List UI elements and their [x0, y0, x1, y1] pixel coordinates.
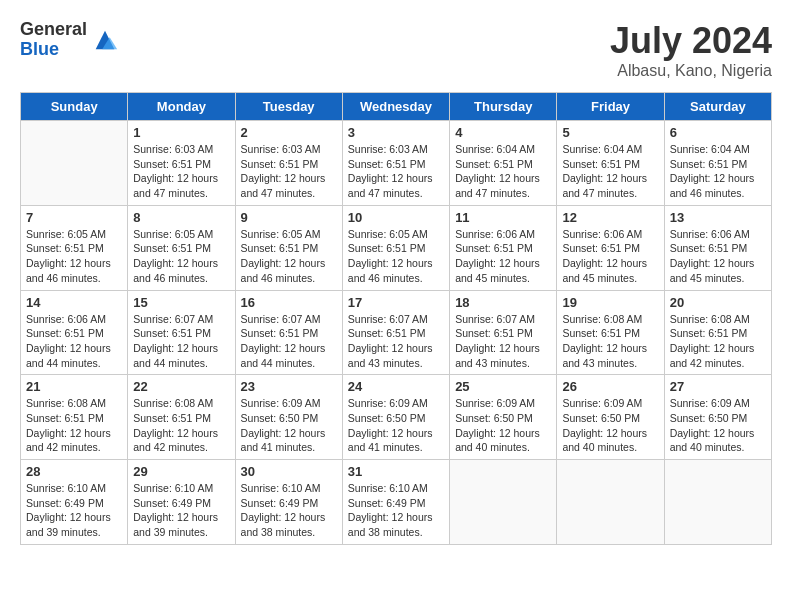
logo: General Blue: [20, 20, 119, 60]
day-info: Sunrise: 6:03 AMSunset: 6:51 PMDaylight:…: [348, 142, 444, 201]
day-info: Sunrise: 6:07 AMSunset: 6:51 PMDaylight:…: [241, 312, 337, 371]
day-info: Sunrise: 6:03 AMSunset: 6:51 PMDaylight:…: [133, 142, 229, 201]
calendar-cell: [557, 460, 664, 545]
day-info: Sunrise: 6:08 AMSunset: 6:51 PMDaylight:…: [670, 312, 766, 371]
page-header: General Blue July 2024 Albasu, Kano, Nig…: [20, 20, 772, 80]
calendar-cell: [664, 460, 771, 545]
calendar-cell: 7Sunrise: 6:05 AMSunset: 6:51 PMDaylight…: [21, 205, 128, 290]
day-info: Sunrise: 6:04 AMSunset: 6:51 PMDaylight:…: [455, 142, 551, 201]
logo-icon: [91, 26, 119, 54]
location-text: Albasu, Kano, Nigeria: [610, 62, 772, 80]
day-number: 14: [26, 295, 122, 310]
day-info: Sunrise: 6:09 AMSunset: 6:50 PMDaylight:…: [455, 396, 551, 455]
day-number: 21: [26, 379, 122, 394]
calendar-week-row: 7Sunrise: 6:05 AMSunset: 6:51 PMDaylight…: [21, 205, 772, 290]
calendar-header-thursday: Thursday: [450, 93, 557, 121]
day-number: 1: [133, 125, 229, 140]
day-number: 23: [241, 379, 337, 394]
calendar-cell: 24Sunrise: 6:09 AMSunset: 6:50 PMDayligh…: [342, 375, 449, 460]
calendar-cell: 29Sunrise: 6:10 AMSunset: 6:49 PMDayligh…: [128, 460, 235, 545]
day-number: 29: [133, 464, 229, 479]
day-number: 18: [455, 295, 551, 310]
day-info: Sunrise: 6:09 AMSunset: 6:50 PMDaylight:…: [670, 396, 766, 455]
day-number: 8: [133, 210, 229, 225]
calendar-cell: [450, 460, 557, 545]
calendar-cell: 15Sunrise: 6:07 AMSunset: 6:51 PMDayligh…: [128, 290, 235, 375]
day-info: Sunrise: 6:08 AMSunset: 6:51 PMDaylight:…: [133, 396, 229, 455]
calendar-week-row: 28Sunrise: 6:10 AMSunset: 6:49 PMDayligh…: [21, 460, 772, 545]
calendar-cell: 30Sunrise: 6:10 AMSunset: 6:49 PMDayligh…: [235, 460, 342, 545]
day-info: Sunrise: 6:08 AMSunset: 6:51 PMDaylight:…: [26, 396, 122, 455]
calendar-cell: 2Sunrise: 6:03 AMSunset: 6:51 PMDaylight…: [235, 121, 342, 206]
day-info: Sunrise: 6:05 AMSunset: 6:51 PMDaylight:…: [348, 227, 444, 286]
calendar-cell: 16Sunrise: 6:07 AMSunset: 6:51 PMDayligh…: [235, 290, 342, 375]
day-info: Sunrise: 6:09 AMSunset: 6:50 PMDaylight:…: [348, 396, 444, 455]
calendar-cell: 6Sunrise: 6:04 AMSunset: 6:51 PMDaylight…: [664, 121, 771, 206]
day-number: 27: [670, 379, 766, 394]
calendar-week-row: 14Sunrise: 6:06 AMSunset: 6:51 PMDayligh…: [21, 290, 772, 375]
day-info: Sunrise: 6:03 AMSunset: 6:51 PMDaylight:…: [241, 142, 337, 201]
logo-blue-text: Blue: [20, 40, 87, 60]
calendar-cell: [21, 121, 128, 206]
day-number: 5: [562, 125, 658, 140]
day-number: 20: [670, 295, 766, 310]
calendar-header-friday: Friday: [557, 93, 664, 121]
calendar-header-saturday: Saturday: [664, 93, 771, 121]
day-number: 13: [670, 210, 766, 225]
day-info: Sunrise: 6:05 AMSunset: 6:51 PMDaylight:…: [26, 227, 122, 286]
calendar-cell: 9Sunrise: 6:05 AMSunset: 6:51 PMDaylight…: [235, 205, 342, 290]
calendar-header-sunday: Sunday: [21, 93, 128, 121]
day-info: Sunrise: 6:06 AMSunset: 6:51 PMDaylight:…: [455, 227, 551, 286]
day-number: 15: [133, 295, 229, 310]
calendar-header-row: SundayMondayTuesdayWednesdayThursdayFrid…: [21, 93, 772, 121]
calendar-table: SundayMondayTuesdayWednesdayThursdayFrid…: [20, 92, 772, 545]
day-number: 16: [241, 295, 337, 310]
day-number: 28: [26, 464, 122, 479]
calendar-cell: 14Sunrise: 6:06 AMSunset: 6:51 PMDayligh…: [21, 290, 128, 375]
day-number: 17: [348, 295, 444, 310]
calendar-cell: 12Sunrise: 6:06 AMSunset: 6:51 PMDayligh…: [557, 205, 664, 290]
logo-general-text: General: [20, 20, 87, 40]
day-info: Sunrise: 6:06 AMSunset: 6:51 PMDaylight:…: [562, 227, 658, 286]
calendar-header-monday: Monday: [128, 93, 235, 121]
day-info: Sunrise: 6:10 AMSunset: 6:49 PMDaylight:…: [26, 481, 122, 540]
calendar-cell: 27Sunrise: 6:09 AMSunset: 6:50 PMDayligh…: [664, 375, 771, 460]
day-number: 31: [348, 464, 444, 479]
calendar-cell: 8Sunrise: 6:05 AMSunset: 6:51 PMDaylight…: [128, 205, 235, 290]
day-info: Sunrise: 6:09 AMSunset: 6:50 PMDaylight:…: [241, 396, 337, 455]
day-number: 19: [562, 295, 658, 310]
day-info: Sunrise: 6:04 AMSunset: 6:51 PMDaylight:…: [562, 142, 658, 201]
day-info: Sunrise: 6:08 AMSunset: 6:51 PMDaylight:…: [562, 312, 658, 371]
calendar-week-row: 1Sunrise: 6:03 AMSunset: 6:51 PMDaylight…: [21, 121, 772, 206]
calendar-cell: 17Sunrise: 6:07 AMSunset: 6:51 PMDayligh…: [342, 290, 449, 375]
day-number: 22: [133, 379, 229, 394]
calendar-cell: 3Sunrise: 6:03 AMSunset: 6:51 PMDaylight…: [342, 121, 449, 206]
day-info: Sunrise: 6:10 AMSunset: 6:49 PMDaylight:…: [348, 481, 444, 540]
day-number: 7: [26, 210, 122, 225]
day-number: 24: [348, 379, 444, 394]
day-info: Sunrise: 6:09 AMSunset: 6:50 PMDaylight:…: [562, 396, 658, 455]
calendar-cell: 4Sunrise: 6:04 AMSunset: 6:51 PMDaylight…: [450, 121, 557, 206]
calendar-cell: 28Sunrise: 6:10 AMSunset: 6:49 PMDayligh…: [21, 460, 128, 545]
day-number: 10: [348, 210, 444, 225]
day-number: 9: [241, 210, 337, 225]
calendar-header-wednesday: Wednesday: [342, 93, 449, 121]
month-year-title: July 2024: [610, 20, 772, 62]
day-info: Sunrise: 6:05 AMSunset: 6:51 PMDaylight:…: [241, 227, 337, 286]
calendar-cell: 18Sunrise: 6:07 AMSunset: 6:51 PMDayligh…: [450, 290, 557, 375]
calendar-cell: 21Sunrise: 6:08 AMSunset: 6:51 PMDayligh…: [21, 375, 128, 460]
calendar-cell: 5Sunrise: 6:04 AMSunset: 6:51 PMDaylight…: [557, 121, 664, 206]
calendar-cell: 31Sunrise: 6:10 AMSunset: 6:49 PMDayligh…: [342, 460, 449, 545]
day-number: 6: [670, 125, 766, 140]
day-info: Sunrise: 6:04 AMSunset: 6:51 PMDaylight:…: [670, 142, 766, 201]
day-number: 12: [562, 210, 658, 225]
day-info: Sunrise: 6:07 AMSunset: 6:51 PMDaylight:…: [348, 312, 444, 371]
calendar-cell: 19Sunrise: 6:08 AMSunset: 6:51 PMDayligh…: [557, 290, 664, 375]
day-info: Sunrise: 6:07 AMSunset: 6:51 PMDaylight:…: [455, 312, 551, 371]
calendar-cell: 1Sunrise: 6:03 AMSunset: 6:51 PMDaylight…: [128, 121, 235, 206]
day-info: Sunrise: 6:05 AMSunset: 6:51 PMDaylight:…: [133, 227, 229, 286]
day-info: Sunrise: 6:06 AMSunset: 6:51 PMDaylight:…: [26, 312, 122, 371]
day-number: 3: [348, 125, 444, 140]
day-number: 11: [455, 210, 551, 225]
day-info: Sunrise: 6:07 AMSunset: 6:51 PMDaylight:…: [133, 312, 229, 371]
